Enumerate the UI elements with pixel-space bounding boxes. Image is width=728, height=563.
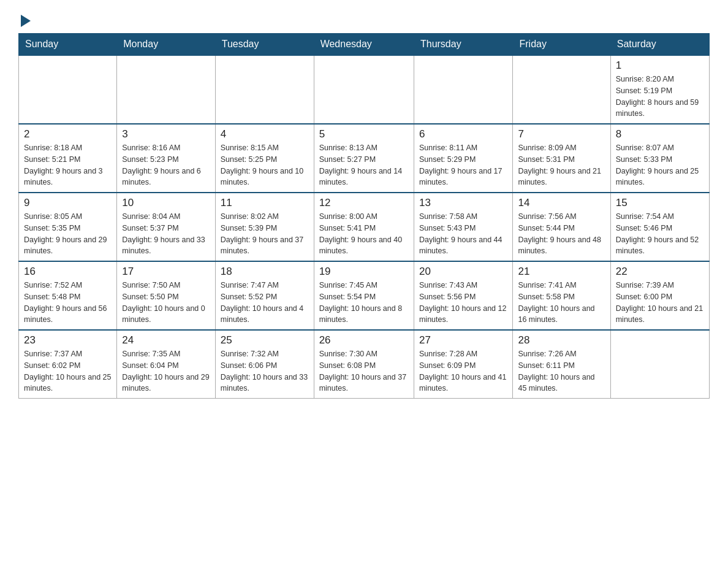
day-number: 18 xyxy=(221,266,309,278)
calendar-cell: 1Sunrise: 8:20 AMSunset: 5:19 PMDaylight… xyxy=(610,55,709,124)
day-number: 13 xyxy=(419,197,508,209)
day-info: Sunrise: 8:11 AMSunset: 5:29 PMDaylight:… xyxy=(419,142,508,188)
day-number: 26 xyxy=(319,334,409,347)
calendar-cell: 7Sunrise: 8:09 AMSunset: 5:31 PMDaylight… xyxy=(513,124,610,193)
day-info: Sunrise: 8:07 AMSunset: 5:33 PMDaylight:… xyxy=(616,142,704,188)
calendar-cell: 6Sunrise: 8:11 AMSunset: 5:29 PMDaylight… xyxy=(414,124,513,193)
weekday-header-sunday: Sunday xyxy=(19,34,117,56)
calendar-cell: 17Sunrise: 7:50 AMSunset: 5:50 PMDayligh… xyxy=(117,261,216,330)
day-number: 24 xyxy=(122,334,210,347)
calendar-cell xyxy=(19,55,117,124)
day-info: Sunrise: 7:45 AMSunset: 5:54 PMDaylight:… xyxy=(319,280,409,326)
day-number: 2 xyxy=(24,128,112,140)
calendar-cell: 10Sunrise: 8:04 AMSunset: 5:37 PMDayligh… xyxy=(117,193,216,261)
calendar-cell: 19Sunrise: 7:45 AMSunset: 5:54 PMDayligh… xyxy=(314,261,414,330)
day-number: 21 xyxy=(518,266,605,278)
calendar-cell: 2Sunrise: 8:18 AMSunset: 5:21 PMDaylight… xyxy=(19,124,117,193)
day-info: Sunrise: 7:58 AMSunset: 5:43 PMDaylight:… xyxy=(419,211,508,257)
calendar-cell: 25Sunrise: 7:32 AMSunset: 6:06 PMDayligh… xyxy=(215,330,314,399)
day-number: 9 xyxy=(24,197,112,209)
day-number: 7 xyxy=(518,128,605,140)
day-info: Sunrise: 8:16 AMSunset: 5:23 PMDaylight:… xyxy=(122,142,210,188)
day-number: 4 xyxy=(221,128,309,140)
weekday-header-wednesday: Wednesday xyxy=(314,34,414,56)
day-info: Sunrise: 7:52 AMSunset: 5:48 PMDaylight:… xyxy=(24,280,112,326)
day-number: 6 xyxy=(419,128,508,140)
calendar-table: SundayMondayTuesdayWednesdayThursdayFrid… xyxy=(18,33,710,399)
day-number: 25 xyxy=(221,334,309,347)
calendar-week-5: 23Sunrise: 7:37 AMSunset: 6:02 PMDayligh… xyxy=(19,330,710,399)
calendar-cell: 22Sunrise: 7:39 AMSunset: 6:00 PMDayligh… xyxy=(610,261,709,330)
calendar-cell: 13Sunrise: 7:58 AMSunset: 5:43 PMDayligh… xyxy=(414,193,513,261)
day-info: Sunrise: 7:28 AMSunset: 6:09 PMDaylight:… xyxy=(419,348,508,394)
calendar-cell: 21Sunrise: 7:41 AMSunset: 5:58 PMDayligh… xyxy=(513,261,610,330)
day-info: Sunrise: 8:20 AMSunset: 5:19 PMDaylight:… xyxy=(616,74,704,120)
weekday-header-monday: Monday xyxy=(117,34,216,56)
calendar-header-row: SundayMondayTuesdayWednesdayThursdayFrid… xyxy=(19,34,710,56)
calendar-cell: 24Sunrise: 7:35 AMSunset: 6:04 PMDayligh… xyxy=(117,330,216,399)
day-number: 28 xyxy=(518,334,605,347)
calendar-week-1: 1Sunrise: 8:20 AMSunset: 5:19 PMDaylight… xyxy=(19,55,710,124)
day-info: Sunrise: 8:04 AMSunset: 5:37 PMDaylight:… xyxy=(122,211,210,257)
weekday-header-thursday: Thursday xyxy=(414,34,513,56)
calendar-week-3: 9Sunrise: 8:05 AMSunset: 5:35 PMDaylight… xyxy=(19,193,710,261)
calendar-cell: 26Sunrise: 7:30 AMSunset: 6:08 PMDayligh… xyxy=(314,330,414,399)
weekday-header-saturday: Saturday xyxy=(610,34,709,56)
day-info: Sunrise: 8:00 AMSunset: 5:41 PMDaylight:… xyxy=(319,211,409,257)
day-number: 22 xyxy=(616,266,704,278)
day-info: Sunrise: 8:18 AMSunset: 5:21 PMDaylight:… xyxy=(24,142,112,188)
weekday-header-tuesday: Tuesday xyxy=(215,34,314,56)
day-info: Sunrise: 7:26 AMSunset: 6:11 PMDaylight:… xyxy=(518,348,605,394)
day-number: 11 xyxy=(221,197,309,209)
day-number: 1 xyxy=(616,59,704,72)
calendar-cell: 11Sunrise: 8:02 AMSunset: 5:39 PMDayligh… xyxy=(215,193,314,261)
day-number: 10 xyxy=(122,197,210,209)
day-number: 3 xyxy=(122,128,210,140)
day-info: Sunrise: 8:15 AMSunset: 5:25 PMDaylight:… xyxy=(221,142,309,188)
day-number: 23 xyxy=(24,334,112,347)
calendar-cell: 16Sunrise: 7:52 AMSunset: 5:48 PMDayligh… xyxy=(19,261,117,330)
day-info: Sunrise: 7:56 AMSunset: 5:44 PMDaylight:… xyxy=(518,211,605,257)
calendar-cell: 27Sunrise: 7:28 AMSunset: 6:09 PMDayligh… xyxy=(414,330,513,399)
calendar-cell xyxy=(513,55,610,124)
calendar-cell: 9Sunrise: 8:05 AMSunset: 5:35 PMDaylight… xyxy=(19,193,117,261)
calendar-cell: 14Sunrise: 7:56 AMSunset: 5:44 PMDayligh… xyxy=(513,193,610,261)
calendar-cell xyxy=(414,55,513,124)
day-info: Sunrise: 7:30 AMSunset: 6:08 PMDaylight:… xyxy=(319,348,409,394)
day-info: Sunrise: 7:37 AMSunset: 6:02 PMDaylight:… xyxy=(24,348,112,394)
calendar-cell: 20Sunrise: 7:43 AMSunset: 5:56 PMDayligh… xyxy=(414,261,513,330)
day-number: 8 xyxy=(616,128,704,140)
calendar-cell: 18Sunrise: 7:47 AMSunset: 5:52 PMDayligh… xyxy=(215,261,314,330)
weekday-header-friday: Friday xyxy=(513,34,610,56)
calendar-cell: 5Sunrise: 8:13 AMSunset: 5:27 PMDaylight… xyxy=(314,124,414,193)
day-number: 15 xyxy=(616,197,704,209)
day-info: Sunrise: 8:09 AMSunset: 5:31 PMDaylight:… xyxy=(518,142,605,188)
calendar-cell: 8Sunrise: 8:07 AMSunset: 5:33 PMDaylight… xyxy=(610,124,709,193)
calendar-week-4: 16Sunrise: 7:52 AMSunset: 5:48 PMDayligh… xyxy=(19,261,710,330)
calendar-cell: 3Sunrise: 8:16 AMSunset: 5:23 PMDaylight… xyxy=(117,124,216,193)
logo-arrow-icon xyxy=(21,15,31,27)
day-info: Sunrise: 7:43 AMSunset: 5:56 PMDaylight:… xyxy=(419,280,508,326)
calendar-cell: 23Sunrise: 7:37 AMSunset: 6:02 PMDayligh… xyxy=(19,330,117,399)
day-info: Sunrise: 7:39 AMSunset: 6:00 PMDaylight:… xyxy=(616,280,704,326)
calendar-cell: 28Sunrise: 7:26 AMSunset: 6:11 PMDayligh… xyxy=(513,330,610,399)
page-header xyxy=(18,12,710,27)
calendar-cell xyxy=(314,55,414,124)
calendar-cell xyxy=(610,330,709,399)
day-info: Sunrise: 8:05 AMSunset: 5:35 PMDaylight:… xyxy=(24,211,112,257)
day-info: Sunrise: 7:41 AMSunset: 5:58 PMDaylight:… xyxy=(518,280,605,326)
logo xyxy=(18,12,31,27)
day-info: Sunrise: 7:54 AMSunset: 5:46 PMDaylight:… xyxy=(616,211,704,257)
day-info: Sunrise: 7:32 AMSunset: 6:06 PMDaylight:… xyxy=(221,348,309,394)
calendar-cell: 4Sunrise: 8:15 AMSunset: 5:25 PMDaylight… xyxy=(215,124,314,193)
day-number: 17 xyxy=(122,266,210,278)
day-number: 20 xyxy=(419,266,508,278)
day-number: 19 xyxy=(319,266,409,278)
day-number: 14 xyxy=(518,197,605,209)
day-number: 12 xyxy=(319,197,409,209)
day-number: 5 xyxy=(319,128,409,140)
calendar-cell: 12Sunrise: 8:00 AMSunset: 5:41 PMDayligh… xyxy=(314,193,414,261)
day-info: Sunrise: 7:50 AMSunset: 5:50 PMDaylight:… xyxy=(122,280,210,326)
day-info: Sunrise: 7:47 AMSunset: 5:52 PMDaylight:… xyxy=(221,280,309,326)
day-info: Sunrise: 8:02 AMSunset: 5:39 PMDaylight:… xyxy=(221,211,309,257)
